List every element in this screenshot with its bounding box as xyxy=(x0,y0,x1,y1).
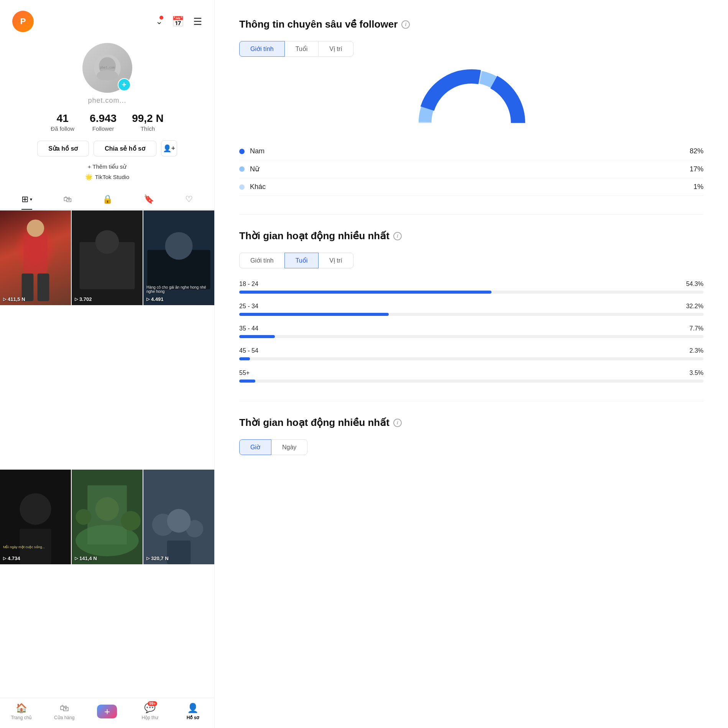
male-label: Nam xyxy=(250,147,265,155)
age-range-label: 18 - 24 xyxy=(239,281,258,288)
heart-icon: ♡ xyxy=(185,194,193,204)
play-icon: ▷ xyxy=(3,556,6,561)
activity2-info-icon[interactable]: i xyxy=(393,419,402,427)
female-dot xyxy=(239,166,245,172)
nav-shop[interactable]: 🛍 Cửa hàng xyxy=(53,703,76,720)
notification-chevron[interactable]: ⌄ xyxy=(156,16,163,26)
age-bar-fill xyxy=(239,291,491,294)
video-count: ▷ 4.734 xyxy=(3,555,20,561)
age-bar-fill xyxy=(239,313,389,316)
lock-icon: 🔒 xyxy=(102,194,113,204)
age-range-label: 25 - 34 xyxy=(239,303,258,310)
nav-home[interactable]: 🏠 Trang chủ xyxy=(10,703,33,720)
plus-create-icon: + xyxy=(104,706,110,718)
activity-tab-location[interactable]: Vị trí xyxy=(318,253,353,268)
menu-icon[interactable]: ☰ xyxy=(193,16,202,28)
create-button[interactable]: + xyxy=(97,705,117,718)
age-pct-label: 54.3% xyxy=(686,281,703,288)
filter-tab-location[interactable]: Vị trí xyxy=(318,41,353,57)
activity-info-icon[interactable]: i xyxy=(393,232,402,240)
shop-icon: 🛍 xyxy=(63,194,72,204)
share-profile-button[interactable]: Chia sẻ hồ sơ xyxy=(94,141,156,156)
add-friend-button[interactable]: 👤+ xyxy=(161,140,177,156)
age-section: 18 - 24 54.3% 25 - 34 32.2% 35 - 44 7.7% xyxy=(239,281,703,383)
nav-shop-label: Cửa hàng xyxy=(54,715,74,720)
tab-saved[interactable]: 🔖 xyxy=(144,190,154,209)
activity-tab-gender[interactable]: Giới tính xyxy=(239,253,285,268)
age-bar-fill xyxy=(239,335,275,338)
play-icon: ▷ xyxy=(146,297,150,302)
shop-nav-icon: 🛍 xyxy=(60,703,69,713)
age-item-2534: 25 - 34 32.2% xyxy=(239,303,703,316)
video-item[interactable]: ▷ 411,5 N xyxy=(0,210,71,305)
nav-inbox[interactable]: 💬 99+ Hộp thư xyxy=(138,703,161,720)
tab-private[interactable]: 🔒 xyxy=(102,190,113,209)
video-item[interactable]: ▷ 141,4 N xyxy=(72,470,143,564)
time-tab-hour[interactable]: Giờ xyxy=(239,439,271,455)
video-count: ▷ 141,4 N xyxy=(75,555,97,561)
likes-stat[interactable]: 99,2 N Thích xyxy=(132,112,164,132)
follower-info-icon[interactable]: i xyxy=(401,20,410,29)
nav-create[interactable]: + xyxy=(95,705,118,718)
video-caption: Hàng cô cho gái ăn nghe hong nhé nghe ho… xyxy=(146,285,211,294)
nav-home-label: Trang chủ xyxy=(11,715,32,720)
follower-filter-tabs: Giới tính Tuổi Vị trí xyxy=(239,41,703,57)
age-pct-label: 2.3% xyxy=(690,347,703,354)
tab-liked[interactable]: ♡ xyxy=(185,190,193,209)
add-follow-button[interactable]: + xyxy=(118,78,131,91)
follower-section-title: Thông tin chuyên sâu về follower i xyxy=(239,18,703,30)
stats-row: 41 Đã follow 6.943 Follower 99,2 N Thích xyxy=(0,112,214,132)
likes-count: 99,2 N xyxy=(132,112,164,125)
age-bar-track xyxy=(239,357,703,360)
following-stat[interactable]: 41 Đã follow xyxy=(51,112,74,132)
activity-section-2-title: Thời gian hoạt động nhiều nhất i xyxy=(239,417,703,429)
female-label: Nữ xyxy=(250,165,259,173)
left-panel: P ⌄ 📅 ☰ phet.com xyxy=(0,0,215,728)
svg-point-26 xyxy=(167,509,191,533)
video-item[interactable]: ▷ 3.702 xyxy=(72,210,143,305)
profile-username: phet.com... xyxy=(88,97,126,105)
filter-tab-gender[interactable]: Giới tính xyxy=(239,41,285,57)
svg-point-10 xyxy=(95,230,119,254)
male-pct: 82% xyxy=(690,147,703,155)
nav-profile[interactable]: 👤 Hồ sơ xyxy=(181,703,204,720)
svg-point-15 xyxy=(20,493,51,525)
tab-shop[interactable]: 🛍 xyxy=(63,190,72,209)
chevron-icon: ▾ xyxy=(30,197,32,202)
svg-point-5 xyxy=(27,220,44,237)
calendar-icon[interactable]: 📅 xyxy=(172,16,184,28)
age-pct-label: 3.5% xyxy=(690,370,703,376)
age-item-3544: 35 - 44 7.7% xyxy=(239,325,703,338)
right-panel: Thông tin chuyên sâu về follower i Giới … xyxy=(215,0,728,728)
time-tab-day[interactable]: Ngày xyxy=(271,439,307,455)
age-range-label: 45 - 54 xyxy=(239,347,258,354)
edit-profile-button[interactable]: Sửa hồ sơ xyxy=(37,141,89,156)
studio-star-icon: 🌟 xyxy=(85,173,93,181)
tiktok-studio-link[interactable]: 🌟 TikTok Studio xyxy=(85,173,129,181)
video-item[interactable]: Hàng cô cho gái ăn nghe hong nhé nghe ho… xyxy=(143,210,214,305)
play-icon: ▷ xyxy=(146,556,150,561)
age-pct-label: 7.7% xyxy=(690,325,703,332)
age-bar-fill xyxy=(239,380,255,383)
age-pct-label: 32.2% xyxy=(686,303,703,310)
video-count: ▷ 320,7 N xyxy=(146,555,169,561)
section-divider-1 xyxy=(239,214,703,215)
activity-tab-age[interactable]: Tuổi xyxy=(284,253,319,268)
video-count: ▷ 4.491 xyxy=(146,296,164,302)
followers-stat[interactable]: 6.943 Follower xyxy=(90,112,117,132)
age-bar-fill xyxy=(239,357,250,360)
male-dot xyxy=(239,149,245,154)
svg-rect-27 xyxy=(167,541,191,564)
gender-item-male: Nam 82% xyxy=(239,143,703,160)
gender-item-female: Nữ 17% xyxy=(239,160,703,178)
add-bio-link[interactable]: + Thêm tiểu sử xyxy=(88,163,127,170)
video-item[interactable]: ▷ 320,7 N xyxy=(143,470,214,564)
grid-icon: ⊞ xyxy=(21,194,28,204)
bio-section: + Thêm tiểu sử 🌟 TikTok Studio xyxy=(0,163,214,181)
other-pct: 1% xyxy=(693,183,703,191)
video-item[interactable]: Mỗi ngày một cuộc sống... ▷ 4.734 xyxy=(0,470,71,564)
tab-videos[interactable]: ⊞ ▾ xyxy=(21,190,32,209)
top-bar-right: ⌄ 📅 ☰ xyxy=(156,16,202,28)
filter-tab-age[interactable]: Tuổi xyxy=(284,41,319,57)
video-grid: ▷ 411,5 N ▷ 3.702 Hàng cô cho gái ăn xyxy=(0,210,214,728)
